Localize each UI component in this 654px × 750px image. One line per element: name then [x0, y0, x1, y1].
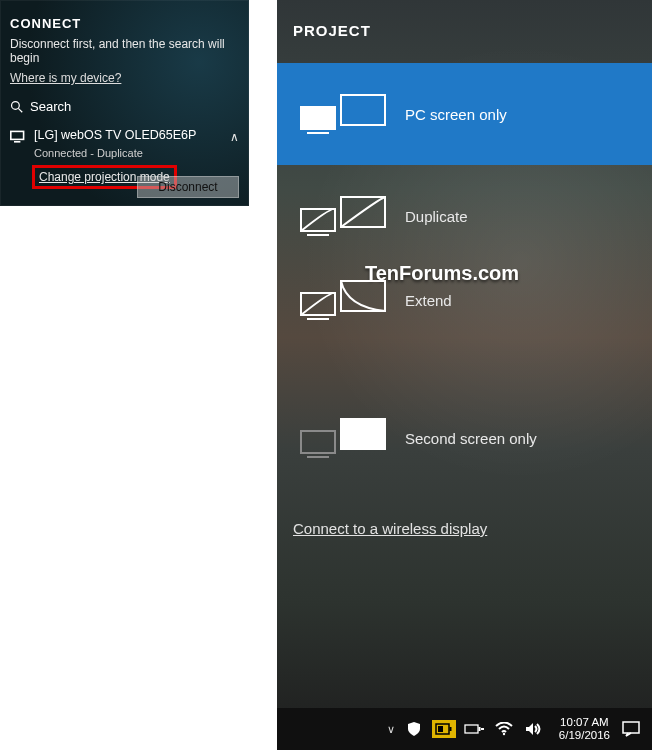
svg-rect-6 [341, 95, 385, 125]
project-option-label: Second screen only [405, 430, 537, 447]
project-option-duplicate[interactable]: Duplicate [277, 165, 652, 267]
battery-icon[interactable] [431, 716, 457, 742]
extend-icon [297, 277, 387, 323]
wifi-icon[interactable] [491, 716, 517, 742]
svg-rect-18 [438, 726, 443, 732]
svg-point-22 [503, 733, 505, 735]
clock-date: 6/19/2016 [559, 729, 610, 742]
svg-point-0 [12, 101, 20, 109]
svg-rect-17 [449, 727, 451, 731]
pc-only-icon [297, 91, 387, 137]
device-status: Connected - Duplicate [34, 147, 239, 159]
power-plugged-icon[interactable] [461, 716, 487, 742]
project-option-pc-only[interactable]: PC screen only [277, 63, 652, 165]
project-panel: PROJECT PC screen only [277, 0, 652, 750]
volume-icon[interactable] [521, 716, 547, 742]
collapse-icon[interactable]: ∧ [230, 130, 239, 144]
search-row[interactable]: Search [0, 95, 249, 124]
project-title: PROJECT [277, 0, 652, 63]
connect-panel: CONNECT Disconnect first, and then the s… [0, 0, 249, 206]
connect-title: CONNECT [0, 0, 249, 37]
second-only-icon [297, 415, 387, 461]
svg-line-1 [18, 108, 22, 112]
connect-subtitle: Disconnect first, and then the search wi… [0, 37, 249, 71]
device-name: [LG] webOS TV OLED65E6P [34, 128, 196, 142]
project-option-label: Duplicate [405, 208, 468, 225]
svg-rect-4 [301, 107, 335, 129]
project-option-extend[interactable]: Extend [277, 267, 652, 351]
monitor-icon [10, 128, 26, 147]
duplicate-icon [297, 193, 387, 239]
connect-wireless-display-link[interactable]: Connect to a wireless display [293, 520, 487, 537]
project-option-label: PC screen only [405, 106, 507, 123]
defender-shield-icon[interactable] [401, 716, 427, 742]
search-label: Search [30, 99, 71, 114]
svg-rect-20 [478, 727, 480, 731]
svg-rect-23 [623, 722, 639, 733]
svg-rect-13 [301, 431, 335, 453]
taskbar: ∨ [277, 708, 652, 750]
where-is-my-device-link[interactable]: Where is my device? [10, 71, 121, 85]
clock[interactable]: 10:07 AM 6/19/2016 [559, 716, 610, 742]
search-icon [10, 100, 24, 114]
action-center-icon[interactable] [618, 716, 644, 742]
svg-rect-15 [341, 419, 385, 449]
disconnect-button[interactable]: Disconnect [137, 176, 239, 198]
tray-overflow-icon[interactable]: ∨ [385, 723, 397, 736]
svg-rect-19 [465, 725, 478, 733]
svg-rect-2 [11, 131, 24, 139]
project-option-label: Extend [405, 292, 452, 309]
clock-time: 10:07 AM [559, 716, 610, 729]
project-option-second-only[interactable]: Second screen only [277, 387, 652, 489]
